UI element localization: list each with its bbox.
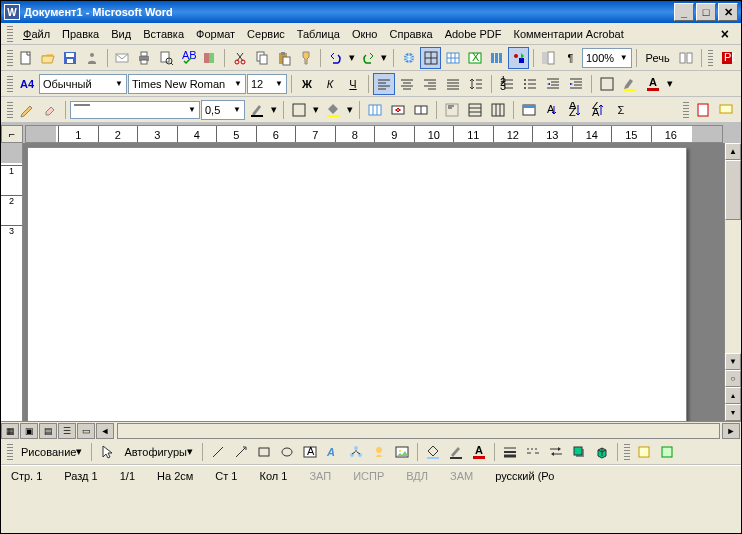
menu-table[interactable]: Таблица — [291, 26, 346, 42]
status-track[interactable]: ИСПР — [349, 470, 388, 482]
toolbar-grip[interactable] — [7, 50, 13, 66]
pdf-convert-button[interactable] — [692, 99, 714, 121]
menu-adobe-pdf[interactable]: Adobe PDF — [439, 26, 508, 42]
undo-button[interactable] — [325, 47, 346, 69]
underline-button[interactable]: Ч — [342, 73, 364, 95]
menu-tools[interactable]: Сервис — [241, 26, 291, 42]
prev-page-button[interactable]: ▴ — [725, 387, 741, 404]
toolbar-grip[interactable] — [7, 444, 13, 460]
distribute-rows-button[interactable] — [464, 99, 486, 121]
tab-selector[interactable]: ⌐ — [1, 125, 23, 143]
print-preview-button[interactable] — [155, 47, 176, 69]
select-objects-button[interactable] — [96, 441, 118, 463]
cut-button[interactable] — [229, 47, 250, 69]
style-combo[interactable]: Обычный▼ — [39, 74, 127, 94]
horizontal-ruler[interactable]: 1234 5678 9101112 13141516 — [25, 125, 723, 143]
format-painter-button[interactable] — [295, 47, 316, 69]
drawing-menu-button[interactable]: Рисование ▾ — [16, 441, 87, 463]
arrow-style-button[interactable] — [545, 441, 567, 463]
line-button[interactable] — [207, 441, 229, 463]
web-layout-view-button[interactable]: ▣ — [20, 423, 38, 439]
reading-view-button[interactable]: ▭ — [77, 423, 95, 439]
maximize-button[interactable]: □ — [696, 3, 716, 21]
normal-view-button[interactable]: ▦ — [1, 423, 19, 439]
document-close-button[interactable]: × — [715, 26, 735, 42]
vertical-ruler[interactable]: 1 2 3 — [1, 143, 23, 421]
bullets-button[interactable] — [519, 73, 541, 95]
menu-insert[interactable]: Вставка — [137, 26, 190, 42]
open-button[interactable] — [38, 47, 59, 69]
scroll-thumb[interactable] — [725, 160, 741, 220]
font-color-button-2[interactable]: A — [468, 441, 490, 463]
show-formatting-button[interactable]: ¶ — [560, 47, 581, 69]
merge-cells-button[interactable] — [387, 99, 409, 121]
bold-button[interactable]: Ж — [296, 73, 318, 95]
line-weight-combo[interactable]: 0,5▼ — [201, 100, 245, 120]
align-right-button[interactable] — [419, 73, 441, 95]
highlight-button[interactable] — [619, 73, 641, 95]
permissions-button[interactable] — [82, 47, 103, 69]
font-combo[interactable]: Times New Roman▼ — [128, 74, 246, 94]
excel-button[interactable]: X — [464, 47, 485, 69]
3d-button[interactable] — [591, 441, 613, 463]
fill-color-button[interactable] — [422, 441, 444, 463]
drawing-toolbar-button[interactable] — [508, 47, 529, 69]
save-button[interactable] — [60, 47, 81, 69]
insert-picture-button[interactable] — [391, 441, 413, 463]
numbering-button[interactable]: 123 — [496, 73, 518, 95]
arrow-button[interactable] — [230, 441, 252, 463]
zoom-combo[interactable]: 100%▼ — [582, 48, 632, 68]
research-button[interactable] — [199, 47, 220, 69]
next-page-button[interactable]: ▾ — [725, 404, 741, 421]
oval-button[interactable] — [276, 441, 298, 463]
text-box-button[interactable]: A — [299, 441, 321, 463]
table-autoformat-button[interactable] — [518, 99, 540, 121]
status-language[interactable]: русский (Ро — [491, 470, 558, 482]
align-center-button[interactable] — [396, 73, 418, 95]
diagram-button[interactable] — [345, 441, 367, 463]
line-color-button[interactable] — [445, 441, 467, 463]
increase-indent-button[interactable] — [565, 73, 587, 95]
autoshapes-button[interactable]: Автофигуры ▾ — [119, 441, 198, 463]
menu-acrobat-comments[interactable]: Комментарии Acrobat — [508, 26, 630, 42]
wordart-button[interactable]: A — [322, 441, 344, 463]
toolbar-grip[interactable] — [7, 26, 13, 42]
toolbar-grip[interactable] — [624, 444, 630, 460]
menu-help[interactable]: Справка — [383, 26, 438, 42]
decrease-indent-button[interactable] — [542, 73, 564, 95]
browse-object-button[interactable]: ○ — [725, 370, 741, 387]
scroll-up-button[interactable]: ▲ — [725, 143, 741, 160]
split-cells-button[interactable] — [410, 99, 432, 121]
print-layout-view-button[interactable]: ▤ — [39, 423, 57, 439]
toolbar-grip[interactable] — [7, 76, 13, 92]
scroll-track[interactable] — [725, 220, 741, 353]
font-color-dropdown[interactable]: ▾ — [665, 73, 675, 95]
document-page[interactable] — [27, 147, 687, 421]
insert-table-button[interactable] — [442, 47, 463, 69]
undo-dropdown[interactable]: ▾ — [347, 47, 357, 69]
hyperlink-button[interactable] — [398, 47, 419, 69]
pdf-comment-button[interactable] — [715, 99, 737, 121]
font-size-combo[interactable]: 12▼ — [247, 74, 287, 94]
read-button[interactable] — [676, 47, 697, 69]
email-button[interactable] — [112, 47, 133, 69]
autosum-button[interactable]: Σ — [610, 99, 632, 121]
hscroll-left-button[interactable]: ◄ — [96, 423, 114, 439]
line-style-button[interactable] — [499, 441, 521, 463]
clipart-button[interactable] — [368, 441, 390, 463]
status-rec[interactable]: ЗАП — [305, 470, 335, 482]
styles-pane-button[interactable]: A4 — [16, 73, 38, 95]
extra-button-2[interactable] — [656, 441, 678, 463]
pdf-button[interactable]: PDF — [716, 47, 737, 69]
eraser-button[interactable] — [39, 99, 61, 121]
line-spacing-button[interactable] — [465, 73, 487, 95]
new-document-button[interactable] — [16, 47, 37, 69]
italic-button[interactable]: К — [319, 73, 341, 95]
minimize-button[interactable]: _ — [674, 3, 694, 21]
spelling-button[interactable]: ABC — [177, 47, 198, 69]
vertical-scrollbar[interactable]: ▲ ▼ ○ ▴ ▾ — [724, 143, 741, 421]
menu-view[interactable]: Вид — [105, 26, 137, 42]
change-text-direction-button[interactable]: A — [541, 99, 563, 121]
close-button[interactable]: ✕ — [718, 3, 738, 21]
justify-button[interactable] — [442, 73, 464, 95]
